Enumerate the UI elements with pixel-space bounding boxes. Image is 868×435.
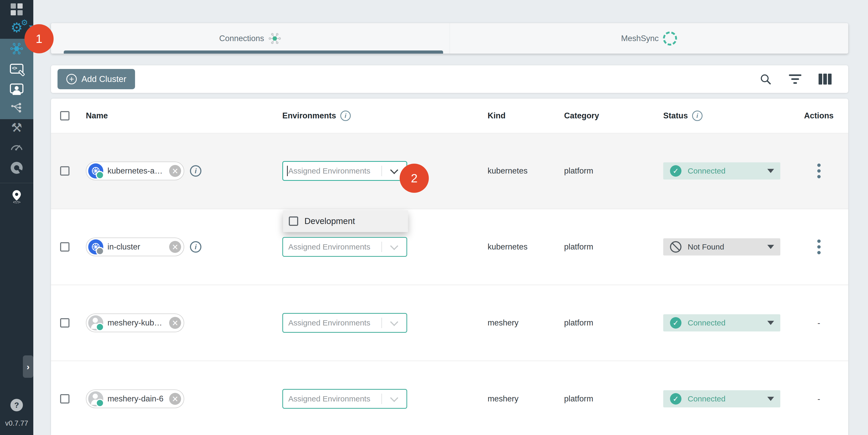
gauge-icon: [10, 141, 23, 152]
performance-nav-item[interactable]: [0, 138, 33, 155]
table-row: meshery-dain-6 × Assigned Environments m…: [51, 361, 848, 435]
chevron-down-icon[interactable]: [390, 166, 398, 174]
branch-icon: [10, 102, 23, 114]
column-header-status[interactable]: Status i: [663, 111, 703, 121]
connection-name-chip[interactable]: kubernetes-admin… ×: [86, 161, 184, 180]
meshsync-spinner-icon: [661, 30, 679, 47]
tab-connections-label: Connections: [219, 34, 264, 43]
row-checkbox[interactable]: [60, 242, 69, 252]
info-icon[interactable]: i: [340, 111, 351, 121]
row-actions-menu-icon[interactable]: [817, 240, 820, 254]
column-header-name[interactable]: Name: [86, 111, 108, 120]
check-circle-icon: ✓: [670, 393, 681, 405]
caret-down-icon: [767, 245, 774, 249]
map-pin-icon: [11, 190, 22, 203]
sidebar-expand-button[interactable]: ›: [23, 355, 33, 378]
column-header-environments[interactable]: Environments i: [282, 111, 351, 121]
caret-down-icon: [767, 397, 774, 401]
person-avatar-icon: [88, 391, 103, 406]
sidebar: ⚙⚙ <>: [0, 0, 33, 435]
select-all-checkbox[interactable]: [60, 111, 69, 120]
connection-status-dot: [96, 323, 104, 331]
connection-name-chip[interactable]: in-cluster ×: [86, 238, 184, 256]
assigned-environments-select[interactable]: Assigned Environments: [282, 237, 407, 257]
column-header-category[interactable]: Category: [564, 111, 599, 120]
check-circle-icon: ✓: [670, 165, 681, 177]
lifecycle-submenu: <>: [0, 39, 33, 119]
dashboard-icon: [11, 3, 23, 15]
tab-meshsync[interactable]: MeshSync: [450, 23, 848, 54]
extensions-nav-item[interactable]: [0, 159, 33, 176]
caret-down-icon: [767, 321, 774, 325]
environments-placeholder: Assigned Environments: [288, 243, 370, 251]
annotation-step-1-badge: 1: [25, 24, 54, 53]
search-icon[interactable]: [759, 73, 772, 85]
connection-name-label: in-cluster: [107, 242, 165, 252]
status-select[interactable]: ✓ Connected: [663, 162, 780, 180]
status-label: Connected: [688, 318, 725, 327]
column-header-actions: Actions: [798, 111, 840, 120]
remove-connection-icon[interactable]: ×: [169, 393, 181, 405]
connection-name-chip[interactable]: meshery-kubescop… ×: [86, 313, 184, 332]
remove-connection-icon[interactable]: ×: [169, 165, 181, 177]
category-cell: platform: [564, 318, 593, 328]
dashboard-nav-item[interactable]: [0, 1, 33, 18]
wrench-icon: [18, 70, 25, 77]
table-row: in-cluster × i Assigned Environments kub…: [51, 209, 848, 285]
row-checkbox[interactable]: [60, 394, 69, 404]
connection-info-icon[interactable]: i: [190, 241, 202, 253]
help-button[interactable]: ?: [10, 399, 23, 411]
sidebar-divider: [0, 183, 33, 183]
connection-status-dot: [96, 399, 104, 407]
row-checkbox[interactable]: [60, 166, 69, 176]
crossed-tools-icon: ⚒: [11, 122, 22, 134]
version-label: v0.7.77: [0, 420, 33, 428]
assigned-environments-select[interactable]: Assigned Environments: [282, 389, 407, 409]
category-cell: platform: [564, 242, 593, 252]
status-label: Not Found: [688, 243, 724, 251]
ban-circle-icon: [670, 241, 681, 253]
check-circle-icon: ✓: [670, 317, 681, 329]
tab-strip: Connections MeshSync: [51, 23, 848, 54]
connection-name-label: meshery-kubescop…: [107, 318, 165, 328]
pipelines-nav-item[interactable]: [0, 100, 33, 116]
filter-icon[interactable]: [789, 74, 801, 84]
chevron-right-icon: ›: [27, 362, 29, 372]
chevron-down-icon[interactable]: [390, 242, 398, 250]
kubernetes-logo-icon: [88, 163, 103, 179]
table-row: meshery-kubescop… × Assigned Environment…: [51, 285, 848, 361]
tab-connections[interactable]: Connections: [51, 23, 450, 54]
assigned-environments-select[interactable]: Assigned Environments: [282, 313, 407, 333]
location-nav-item[interactable]: [0, 188, 33, 205]
environments-placeholder: Assigned Environments: [288, 166, 370, 175]
remove-connection-icon[interactable]: ×: [169, 241, 181, 253]
connection-info-icon[interactable]: i: [190, 165, 202, 177]
row-actions-menu-icon[interactable]: [817, 164, 820, 179]
status-select[interactable]: ✓ Connected: [663, 390, 780, 407]
status-select[interactable]: ✓ Connected: [663, 314, 780, 332]
column-header-kind[interactable]: Kind: [488, 111, 505, 120]
connection-name-chip[interactable]: meshery-dain-6 ×: [86, 390, 184, 408]
tab-meshsync-label: MeshSync: [621, 34, 659, 43]
view-columns-icon[interactable]: [818, 74, 832, 85]
connection-name-label: kubernetes-admin…: [107, 166, 165, 176]
chevron-down-icon[interactable]: [390, 394, 398, 402]
table-header: Name Environments i Kind Category Status…: [51, 99, 848, 133]
configuration-nav-item[interactable]: ⚒: [0, 119, 33, 136]
connection-status-dot: [96, 171, 104, 179]
connection-name-label: meshery-dain-6: [107, 394, 165, 404]
info-icon[interactable]: i: [692, 111, 703, 121]
chevron-down-icon[interactable]: [390, 318, 398, 326]
add-cluster-button[interactable]: + Add Cluster: [58, 69, 135, 89]
workspace-nav-item[interactable]: [0, 80, 33, 97]
add-cluster-label: Add Cluster: [82, 74, 126, 84]
assigned-environments-select[interactable]: Assigned Environments Development: [282, 161, 407, 181]
environments-placeholder: Assigned Environments: [288, 395, 370, 403]
adapters-nav-item[interactable]: <>: [0, 60, 33, 77]
active-tab-indicator: [64, 51, 443, 54]
category-cell: platform: [564, 394, 593, 404]
kind-cell: kubernetes: [488, 166, 527, 176]
row-checkbox[interactable]: [60, 318, 69, 328]
remove-connection-icon[interactable]: ×: [169, 317, 181, 329]
status-select[interactable]: Not Found: [663, 238, 780, 255]
